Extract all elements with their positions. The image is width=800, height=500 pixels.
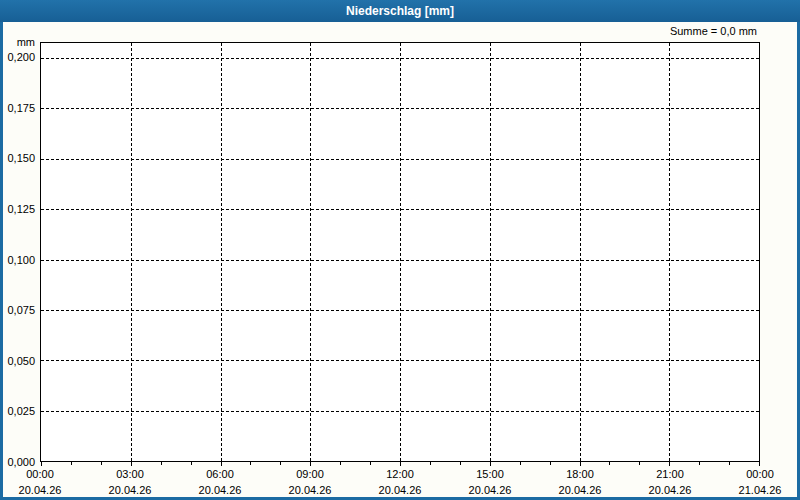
x-time-label: 09:00	[296, 468, 324, 480]
x-time-label: 12:00	[386, 468, 414, 480]
x-gridline	[580, 43, 581, 461]
x-minor-tick	[520, 461, 521, 465]
titlebar: Niederschlag [mm]	[0, 0, 800, 22]
x-minor-tick	[430, 461, 431, 465]
y-tick-label: 0,200	[7, 51, 35, 63]
x-minor-tick	[370, 461, 371, 465]
x-gridline	[221, 43, 222, 461]
y-tick-label: 0,125	[7, 203, 35, 215]
x-minor-tick	[609, 461, 610, 465]
x-minor-tick	[729, 461, 730, 465]
x-date-label: 20.04.26	[379, 484, 422, 496]
plot-area	[40, 42, 760, 462]
x-minor-tick	[101, 461, 102, 465]
y-tick-label: 0,000	[7, 456, 35, 468]
chart-window: Niederschlag [mm] Summe = 0,0 mm mm 0,00…	[0, 0, 800, 500]
x-gridline	[669, 43, 670, 461]
x-date-label: 20.04.26	[19, 484, 62, 496]
window-title: Niederschlag [mm]	[346, 4, 454, 18]
y-tick-label: 0,100	[7, 254, 35, 266]
x-minor-tick	[161, 461, 162, 465]
x-time-label: 00:00	[746, 468, 774, 480]
x-date-label: 20.04.26	[469, 484, 512, 496]
x-minor-tick	[699, 461, 700, 465]
x-gridline	[310, 43, 311, 461]
x-gridline	[400, 43, 401, 461]
y-axis: mm 0,0000,0250,0500,0750,1000,1250,1500,…	[3, 42, 36, 462]
y-tick-label: 0,175	[7, 102, 35, 114]
x-minor-tick	[639, 461, 640, 465]
x-time-label: 03:00	[116, 468, 144, 480]
sum-annotation: Summe = 0,0 mm	[670, 25, 757, 37]
x-time-label: 06:00	[206, 468, 234, 480]
x-gridline	[131, 43, 132, 461]
y-tick-label: 0,150	[7, 152, 35, 164]
x-minor-tick	[460, 461, 461, 465]
x-date-label: 20.04.26	[559, 484, 602, 496]
y-tick-label: 0,075	[7, 304, 35, 316]
y-tick-label: 0,025	[7, 405, 35, 417]
x-minor-tick	[191, 461, 192, 465]
x-time-label: 00:00	[26, 468, 54, 480]
x-date-label: 21.04.26	[739, 484, 782, 496]
x-date-label: 20.04.26	[649, 484, 692, 496]
x-minor-tick	[250, 461, 251, 465]
y-tick-label: 0,050	[7, 355, 35, 367]
chart-content: Summe = 0,0 mm mm 0,0000,0250,0500,0750,…	[0, 22, 800, 500]
x-date-label: 20.04.26	[109, 484, 152, 496]
x-date-label: 20.04.26	[289, 484, 332, 496]
x-time-label: 21:00	[656, 468, 684, 480]
x-date-label: 20.04.26	[199, 484, 242, 496]
y-axis-unit-label: mm	[17, 36, 35, 48]
x-axis: 00:0020.04.2603:0020.04.2606:0020.04.260…	[40, 466, 760, 498]
x-minor-tick	[280, 461, 281, 465]
x-time-label: 18:00	[566, 468, 594, 480]
x-gridline	[490, 43, 491, 461]
x-minor-tick	[71, 461, 72, 465]
x-time-label: 15:00	[476, 468, 504, 480]
x-minor-tick	[340, 461, 341, 465]
x-minor-tick	[550, 461, 551, 465]
